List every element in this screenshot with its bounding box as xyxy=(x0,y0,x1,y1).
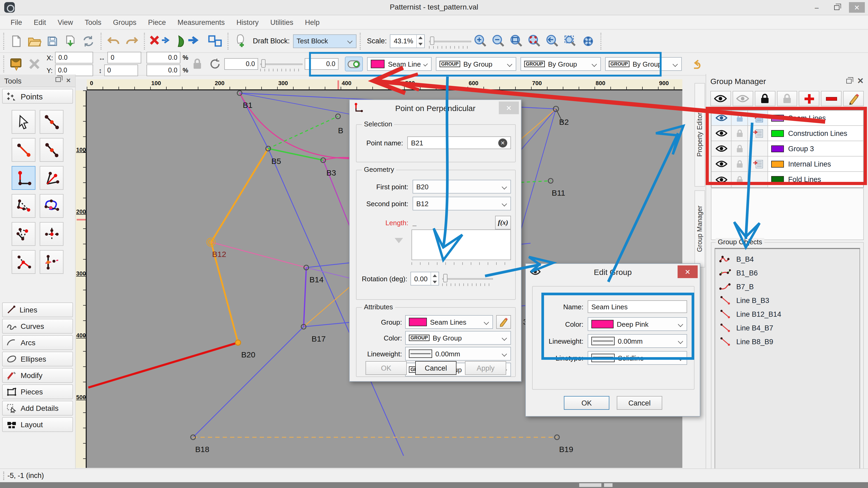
menu-utilities[interactable]: Utilities xyxy=(265,17,299,28)
lock-icon[interactable] xyxy=(732,172,748,187)
menu-tools[interactable]: Tools xyxy=(79,17,106,28)
visibility-eye-icon[interactable] xyxy=(711,172,732,187)
tool-intersect-xy[interactable] xyxy=(40,222,63,246)
visibility-eye-icon[interactable] xyxy=(711,141,732,156)
tool-midpoint[interactable] xyxy=(40,138,63,162)
group-row-fold-lines[interactable]: Fold Lines xyxy=(711,172,863,187)
group-color-select[interactable]: Deep Pink xyxy=(588,317,687,331)
point-label-b11[interactable]: B11 xyxy=(552,188,565,197)
zoom-previous-button[interactable] xyxy=(543,32,561,50)
edit-group-pencil-button[interactable] xyxy=(496,315,511,329)
remove-group-button[interactable] xyxy=(821,91,842,106)
draft-mode-button[interactable] xyxy=(148,32,176,50)
tab-property-editor[interactable]: Property Editor xyxy=(694,83,705,187)
sync-button[interactable] xyxy=(79,32,97,50)
visibility-eye-icon[interactable] xyxy=(711,126,732,141)
draft-block-select[interactable]: Test Block xyxy=(293,34,356,48)
second-point-select[interactable]: B12 xyxy=(412,197,511,210)
x-input[interactable]: 0.0 xyxy=(55,52,93,63)
group-objects-icon[interactable] xyxy=(748,157,768,171)
scale-spinner[interactable]: 43.1% xyxy=(390,34,425,48)
hide-all-groups-button[interactable] xyxy=(733,91,753,106)
dialog-title-bar[interactable]: Point on Perpendicular ✕ xyxy=(350,100,521,116)
color-attr-select[interactable]: GROUP By Group xyxy=(405,331,511,345)
point-name-input[interactable]: B21 ✕ xyxy=(407,136,511,149)
tab-group-manager[interactable]: Group Manager xyxy=(694,190,705,267)
dialog-title-bar[interactable]: Edit Group ✕ xyxy=(526,264,700,280)
visibility-eye-icon[interactable] xyxy=(711,110,732,125)
zoom-area-button[interactable] xyxy=(561,32,579,50)
save-button[interactable] xyxy=(43,32,61,50)
zoom-fit-best-button[interactable] xyxy=(507,32,525,50)
float-panel-icon[interactable] xyxy=(56,77,61,82)
expand-formula-icon[interactable] xyxy=(395,238,403,243)
cancel-button[interactable]: Cancel xyxy=(617,396,662,410)
close-dialog-button[interactable]: ✕ xyxy=(678,265,698,278)
maximize-button[interactable] xyxy=(829,2,845,13)
section-layout[interactable]: Layout xyxy=(2,417,73,432)
lock-icon[interactable] xyxy=(732,126,748,141)
lock-icon[interactable] xyxy=(732,141,748,156)
zoom-fit-selected-button[interactable] xyxy=(525,32,543,50)
group-lineweight-select[interactable]: 0.00mm xyxy=(588,334,687,348)
lock-all-groups-button[interactable] xyxy=(754,91,775,106)
point-label-b17[interactable]: B17 xyxy=(312,334,326,343)
new-file-button[interactable] xyxy=(7,32,25,50)
zoom-out-button[interactable] xyxy=(489,32,507,50)
section-pieces[interactable]: Pieces xyxy=(2,384,73,399)
point-label-b1[interactable]: B1 xyxy=(243,100,253,109)
section-lines[interactable]: Lines xyxy=(2,302,73,317)
point-label-b6-partial[interactable]: B xyxy=(338,126,343,135)
lock-icon[interactable] xyxy=(732,157,748,171)
section-modify[interactable]: Modify xyxy=(2,368,73,383)
tool-shoulder-point[interactable] xyxy=(12,194,35,218)
clear-icon[interactable]: ✕ xyxy=(498,138,507,147)
close-dialog-button[interactable]: ✕ xyxy=(499,101,519,114)
section-curves[interactable]: Curves xyxy=(2,319,73,334)
ok-button[interactable]: OK xyxy=(366,361,407,375)
close-panel-icon[interactable]: ✕ xyxy=(857,76,864,86)
show-all-groups-button[interactable] xyxy=(710,91,731,106)
menu-help[interactable]: Help xyxy=(300,17,325,28)
attributes-toggle[interactable] xyxy=(345,57,363,71)
group-objects-icon[interactable] xyxy=(748,110,768,125)
undo-button[interactable] xyxy=(105,32,123,50)
group-row-seam-lines[interactable]: Seam Lines xyxy=(711,110,863,126)
tool-select[interactable] xyxy=(12,110,35,134)
group-row-construction-lines[interactable]: Construction Lines xyxy=(711,126,863,141)
tool-point-of-contact[interactable] xyxy=(40,194,63,218)
width-input[interactable]: 0 xyxy=(107,52,142,63)
clear-transform-button[interactable] xyxy=(25,55,43,73)
point-label-b3[interactable]: B3 xyxy=(327,168,336,177)
section-add-details[interactable]: Add Details xyxy=(2,401,73,416)
redo-button[interactable] xyxy=(123,32,141,50)
piece-mode-button[interactable] xyxy=(176,32,206,50)
layout-mode-button[interactable] xyxy=(206,32,224,50)
edit-group-button[interactable] xyxy=(843,91,864,106)
menu-measurements[interactable]: Measurements xyxy=(172,17,230,28)
tool-perpendicular-intersect[interactable] xyxy=(12,250,35,274)
export-button[interactable] xyxy=(61,32,79,50)
float-panel-icon[interactable] xyxy=(846,78,852,83)
tool-bisector[interactable] xyxy=(40,166,63,190)
rotate-input[interactable]: 0.0 xyxy=(224,58,258,70)
zoom-in-button[interactable] xyxy=(471,32,489,50)
pan-button[interactable] xyxy=(579,32,597,50)
height-pct-input[interactable]: 0.0 xyxy=(147,65,181,76)
open-file-button[interactable] xyxy=(25,32,43,50)
object-item[interactable]: B7_B xyxy=(717,280,858,293)
lock-icon[interactable] xyxy=(732,110,748,125)
group-objects-list[interactable]: B_B4 B1_B6 B7_B Line B_B3 Line B12_B14 L… xyxy=(715,248,860,470)
minimize-button[interactable]: – xyxy=(809,2,825,13)
lineweight-select[interactable]: GROUP By Group xyxy=(521,57,601,71)
group-objects-icon[interactable] xyxy=(748,126,768,141)
point-label-b19[interactable]: B19 xyxy=(559,445,573,454)
linetype-select[interactable]: GROUP By Group xyxy=(605,57,682,71)
color-select[interactable]: GROUP By Group xyxy=(436,57,516,71)
rotate-slider[interactable] xyxy=(260,58,303,70)
fill-tool-icon[interactable] xyxy=(7,55,25,73)
point-label-b5[interactable]: B5 xyxy=(271,157,281,165)
tool-line-between-points[interactable] xyxy=(12,138,35,162)
point-label-b2[interactable]: B2 xyxy=(559,118,569,126)
close-panel-icon[interactable]: ✕ xyxy=(66,77,71,84)
